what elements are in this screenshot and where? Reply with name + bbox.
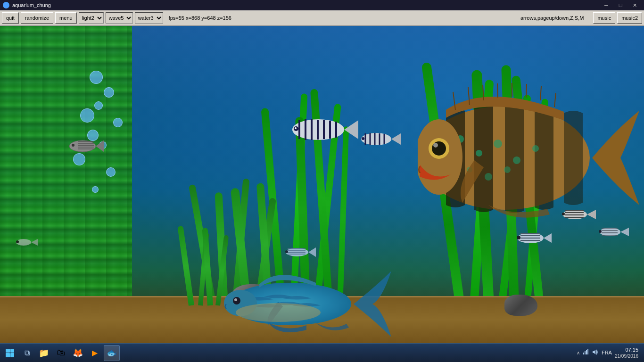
music2-button[interactable]: music2 xyxy=(617,12,642,24)
small-fish-left xyxy=(14,236,38,251)
language-indicator[interactable]: FRA xyxy=(602,350,612,355)
zebrafish-mid xyxy=(358,130,401,150)
svg-point-44 xyxy=(494,140,502,148)
svg-point-46 xyxy=(532,145,539,152)
svg-marker-84 xyxy=(31,239,38,246)
svg-rect-88 xyxy=(586,350,587,354)
firefox-button[interactable]: 🦊 xyxy=(70,345,86,361)
status-text: fps=55 x=868 y=648 z=156 xyxy=(169,15,507,21)
svg-point-2 xyxy=(72,144,74,147)
svg-marker-21 xyxy=(391,133,401,145)
svg-point-45 xyxy=(513,156,520,164)
svg-point-39 xyxy=(234,298,237,301)
bubble-10 xyxy=(92,186,99,193)
svg-marker-29 xyxy=(308,247,316,257)
zebrafish-top xyxy=(288,113,358,148)
wave-select[interactable]: wave5 wave1 wave2 wave3 wave4 xyxy=(106,12,133,24)
file-explorer-icon: 📁 xyxy=(39,348,49,358)
quit-button[interactable]: quit xyxy=(2,12,19,24)
svg-marker-1 xyxy=(96,140,104,152)
rock-3 xyxy=(504,295,537,316)
aquarium-button[interactable]: 🐟 xyxy=(104,345,120,361)
svg-point-34 xyxy=(285,250,288,253)
media-player-button[interactable]: ▶ xyxy=(87,345,103,361)
svg-point-82 xyxy=(517,236,520,239)
bubble-2 xyxy=(104,87,114,98)
system-tray: ∧ FRA 07:15 21/09/2016 xyxy=(573,346,642,359)
aquarium-icon: 🐟 xyxy=(107,348,117,358)
hint-text: arrows,pageup/down,Z,S,M xyxy=(520,15,584,21)
plant-left-small xyxy=(186,221,224,305)
svg-marker-9 xyxy=(344,120,358,139)
firefox-icon: 🦊 xyxy=(73,348,83,358)
window-title: aquarium_chung xyxy=(12,2,600,8)
tray-volume-icon[interactable] xyxy=(592,349,599,357)
svg-point-75 xyxy=(599,230,602,233)
small-fish-center xyxy=(514,229,552,249)
svg-marker-77 xyxy=(544,233,552,243)
svg-marker-70 xyxy=(620,228,629,236)
store-button[interactable]: 🛍 xyxy=(53,345,69,361)
windows-logo-icon xyxy=(6,349,14,357)
minimize-button[interactable]: ─ xyxy=(600,0,613,10)
small-fish-right-1 xyxy=(559,205,597,226)
toolbar: quit randomize menu light2 light1 light3… xyxy=(0,10,644,26)
svg-point-43 xyxy=(476,150,482,156)
music-button[interactable]: music xyxy=(593,12,615,24)
title-bar: aquarium_chung ─ □ ✕ xyxy=(0,0,644,10)
taskbar-apps: 📁 🛍 🦊 ▶ 🐟 xyxy=(36,345,572,361)
svg-line-57 xyxy=(554,93,556,107)
store-icon: 🛍 xyxy=(57,348,65,358)
betta-fish xyxy=(222,257,401,353)
svg-rect-89 xyxy=(587,349,588,354)
bubble-3 xyxy=(94,101,103,110)
svg-point-49 xyxy=(504,166,511,173)
svg-point-61 xyxy=(433,143,438,148)
menu-button[interactable]: menu xyxy=(55,12,77,24)
aquarium-viewport[interactable] xyxy=(0,26,644,353)
bubble-5 xyxy=(113,118,123,127)
svg-point-27 xyxy=(362,137,364,140)
task-view-icon: ⧉ xyxy=(25,349,30,357)
svg-point-68 xyxy=(562,213,565,215)
light-select[interactable]: light2 light1 light3 xyxy=(79,12,104,24)
small-fish-right-2 xyxy=(597,224,630,242)
svg-rect-86 xyxy=(583,353,584,354)
file-explorer-button[interactable]: 📁 xyxy=(36,345,52,361)
svg-line-53 xyxy=(497,83,498,98)
tray-chevron-icon[interactable]: ∧ xyxy=(577,350,580,355)
maximize-button[interactable]: □ xyxy=(614,0,627,10)
svg-point-40 xyxy=(236,303,321,322)
media-icon: ▶ xyxy=(92,348,98,357)
close-button[interactable]: ✕ xyxy=(628,0,641,10)
svg-point-85 xyxy=(16,240,19,243)
window-controls: ─ □ ✕ xyxy=(600,0,641,10)
small-fish-topleft xyxy=(66,137,104,157)
clock-time: 07:15 xyxy=(615,346,638,353)
svg-rect-87 xyxy=(585,351,586,354)
task-view-button[interactable]: ⧉ xyxy=(19,345,35,361)
svg-point-48 xyxy=(485,173,492,181)
cichlid-fish-right xyxy=(418,82,644,235)
clock-date: 21/09/2016 xyxy=(615,353,638,359)
svg-line-56 xyxy=(540,86,541,100)
svg-point-19 xyxy=(295,127,297,129)
water-select[interactable]: water3 water1 water2 water4 xyxy=(135,12,163,24)
svg-line-55 xyxy=(526,84,527,98)
svg-marker-90 xyxy=(593,350,595,354)
taskbar: ⧉ 📁 🛍 🦊 ▶ 🐟 ∧ FRA 07:15 21/09/2016 xyxy=(0,343,644,362)
app-icon xyxy=(3,2,9,8)
randomize-button[interactable]: randomize xyxy=(21,12,53,24)
tray-network-icon[interactable] xyxy=(583,349,589,357)
bubble-4 xyxy=(80,108,94,123)
bubble-9 xyxy=(106,167,116,177)
svg-marker-63 xyxy=(587,210,596,219)
start-button[interactable] xyxy=(2,345,18,361)
bubble-1 xyxy=(90,71,103,84)
system-clock: 07:15 21/09/2016 xyxy=(615,346,638,359)
